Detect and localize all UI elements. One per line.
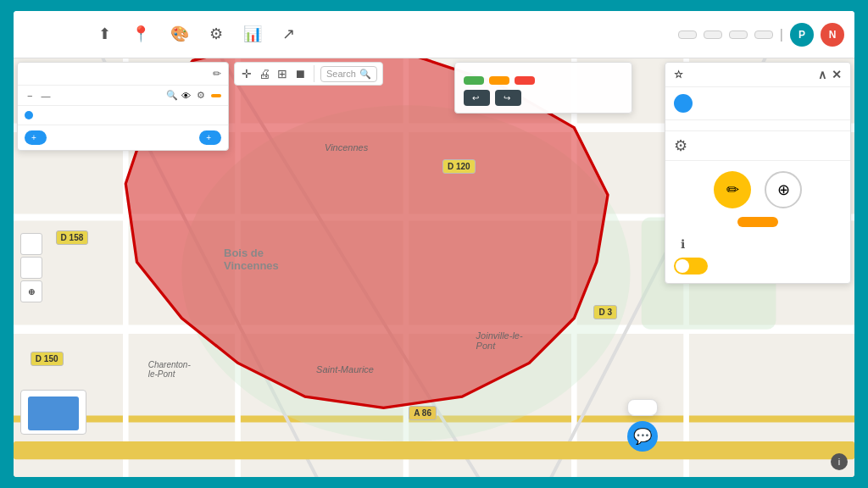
vincennes-label: Vincennes	[325, 142, 368, 152]
joinville-label: Joinville-le-Pont	[476, 330, 523, 351]
step-number	[674, 94, 693, 113]
search-placeholder: Search	[326, 69, 356, 79]
analyze-data-icon: 📊	[243, 25, 262, 43]
draw-tool-icons: ✏ ⊕	[665, 161, 850, 214]
undo-redo-buttons: ↩ ↪	[464, 90, 623, 106]
charenton-label: Charenton-le-Pont	[148, 360, 191, 379]
svg-rect-13	[14, 441, 854, 459]
create-polygon-panel: ☆ ∧ ✕ ⚙ ✏ ⊕ ℹ	[665, 62, 851, 284]
zoom-controls: ⊕	[20, 233, 42, 302]
star-icon: ☆	[674, 69, 683, 80]
add-upload-icon: ⬆	[98, 25, 111, 43]
action-badge[interactable]	[211, 94, 221, 97]
add-layer-icon: +	[31, 133, 36, 142]
separator	[314, 65, 314, 82]
undo-icon: ↩	[472, 93, 479, 103]
chat-bubble	[627, 399, 658, 416]
draw-polygon-step	[665, 87, 850, 120]
edit-title-icon[interactable]: ✏	[213, 68, 221, 80]
minus-icon[interactable]: −	[25, 90, 35, 102]
settings-row: ⚙	[665, 131, 850, 161]
nav-share-map[interactable]: ↗	[274, 21, 303, 48]
pencil-icon: ✏	[726, 180, 739, 199]
info-icon[interactable]: ℹ	[681, 237, 685, 251]
zoom-in-button[interactable]	[20, 233, 42, 255]
layer-search-icon[interactable]: 🔍	[166, 90, 178, 101]
layer-panel: ✏ − — 🔍 👁 ⚙ + +	[17, 62, 229, 151]
layer-dot	[25, 111, 33, 119]
chat-button[interactable]: 💬	[627, 421, 658, 452]
right-panel-header: ☆ ∧ ✕	[665, 63, 850, 87]
search-icon: 🔍	[359, 69, 371, 80]
nav-add-upload[interactable]: ⬆	[90, 21, 120, 48]
continue-drawing-toggle[interactable]	[665, 254, 850, 283]
stop-button[interactable]	[737, 217, 778, 227]
faq-button[interactable]	[729, 30, 748, 39]
bois-label: Bois deVincennes	[224, 247, 279, 272]
style-data-icon: 🎨	[170, 25, 189, 43]
panel-header-controls: ∧ ✕	[818, 68, 842, 81]
top-navigation: ⬆ 📍 🎨 ⚙ 📊 ↗	[14, 11, 854, 58]
route-d120: D 120	[442, 159, 476, 174]
create-data-icon: 📍	[131, 25, 150, 43]
layers-icon[interactable]: ⊞	[275, 65, 289, 82]
edit-button[interactable]	[489, 76, 509, 85]
layer-eye-icon[interactable]: 👁	[181, 91, 191, 101]
close-icon[interactable]: ✕	[832, 68, 842, 81]
measure-icon[interactable]: ⏹	[292, 65, 308, 82]
map-type-selector[interactable]	[20, 390, 86, 435]
nav-analyze-data[interactable]: 📊	[235, 21, 270, 48]
cursor-icon: ⊕	[777, 180, 790, 199]
collapse-icon[interactable]: ∧	[818, 68, 826, 81]
layer-footer: + +	[18, 125, 228, 150]
map-type-preview	[28, 396, 79, 430]
redo-icon: ↪	[504, 93, 510, 103]
nav-right: | P N	[678, 23, 854, 47]
crosshair-icon[interactable]: ✛	[240, 65, 253, 82]
add-layer-button[interactable]: +	[25, 130, 47, 145]
toggle-knob	[676, 259, 689, 273]
zoom-reset-button[interactable]: ⊕	[20, 280, 42, 302]
add-group-button[interactable]: +	[199, 130, 221, 145]
print-icon[interactable]: 🖨	[257, 65, 272, 82]
dashboard-button[interactable]	[678, 30, 697, 39]
pencil-button[interactable]: ✏	[714, 171, 751, 208]
contact-button[interactable]	[704, 30, 722, 39]
undo-button[interactable]: ↩	[464, 90, 490, 106]
pricing-button[interactable]	[754, 30, 773, 39]
layer-panel-header: ✏	[18, 63, 228, 86]
map-search-box[interactable]: Search 🔍	[320, 66, 377, 82]
continue-drawing-row: ℹ	[665, 230, 850, 254]
share-map-icon: ↗	[282, 25, 295, 43]
route-d3: D 3	[593, 305, 617, 319]
draw-action-buttons	[464, 76, 623, 85]
chat-icon: 💬	[633, 427, 652, 446]
route-d158: D 158	[56, 230, 89, 245]
settings-gear-icon[interactable]: ⚙	[674, 136, 687, 155]
avatar-profile[interactable]: P	[790, 23, 814, 47]
zoom-out-button[interactable]	[20, 257, 42, 279]
redo-button[interactable]: ↪	[495, 90, 521, 106]
toggle-switch[interactable]	[674, 258, 708, 274]
saint-maurice-label: Saint-Maurice	[316, 364, 374, 374]
nav-menu: ⬆ 📍 🎨 ⚙ 📊 ↗	[90, 21, 678, 48]
route-d150: D 150	[31, 352, 64, 366]
cursor-button[interactable]: ⊕	[765, 171, 802, 208]
layer-settings-icon[interactable]: ⚙	[194, 89, 208, 102]
reset-button[interactable]	[515, 76, 535, 85]
avatar-n[interactable]: N	[821, 23, 844, 47]
add-group-icon: +	[206, 133, 211, 142]
map-toolbar: ✛ 🖨 ⊞ ⏹ Search 🔍	[234, 62, 383, 86]
process-data-icon: ⚙	[209, 25, 223, 43]
draw-mode-panel: ↩ ↪	[454, 62, 632, 114]
nav-style-data[interactable]: 🎨	[162, 21, 198, 48]
nav-process-data[interactable]: ⚙	[201, 21, 231, 48]
dash-icon[interactable]: —	[38, 90, 53, 102]
chat-widget: 💬	[627, 399, 658, 452]
layer-toolbar: − — 🔍 👁 ⚙	[18, 86, 228, 106]
info-button[interactable]: i	[831, 453, 848, 470]
save-button[interactable]	[464, 76, 484, 85]
polygon-label	[665, 120, 850, 131]
nav-create-data[interactable]: 📍	[123, 21, 159, 48]
route-a86: A 86	[409, 406, 437, 420]
